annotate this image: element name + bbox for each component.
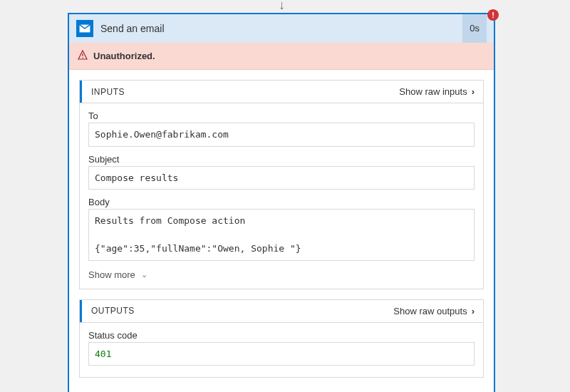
field-to-label: To xyxy=(88,110,475,121)
inputs-body: To Sophie.Owen@fabrikam.com Subject Comp… xyxy=(80,103,483,289)
show-raw-inputs-label: Show raw inputs xyxy=(399,86,467,97)
card-header[interactable]: Send an email 0s xyxy=(69,14,494,43)
show-raw-outputs-link[interactable]: Show raw outputs › xyxy=(393,306,475,316)
outputs-title: OUTPUTS xyxy=(88,306,135,316)
error-message: Unauthorized. xyxy=(93,51,155,61)
field-status-code: Status code 401 xyxy=(88,330,475,366)
show-raw-outputs-label: Show raw outputs xyxy=(393,306,467,316)
outputs-body: Status code 401 xyxy=(80,323,483,378)
flow-arrow-down-icon: ↓ xyxy=(279,0,285,13)
warning-icon xyxy=(78,50,88,62)
outputs-header: OUTPUTS Show raw outputs › xyxy=(80,300,483,323)
show-more-button[interactable]: Show more ⌄ xyxy=(88,268,475,284)
outlook-icon xyxy=(76,20,93,37)
chevron-down-icon: ⌄ xyxy=(141,270,147,279)
chevron-right-icon: › xyxy=(472,306,475,316)
field-subject-label: Subject xyxy=(88,154,475,165)
card-duration: 0s xyxy=(462,14,487,43)
svg-point-3 xyxy=(82,57,83,58)
field-body: Body Results from Compose action {"age":… xyxy=(88,197,475,261)
action-card: ! Send an email 0s Unauthorized. INPUTS … xyxy=(68,13,495,392)
field-subject-value: Compose results xyxy=(88,166,475,190)
card-title: Send an email xyxy=(100,23,462,34)
field-status-code-label: Status code xyxy=(88,330,475,341)
card-body: INPUTS Show raw inputs › To Sophie.Owen@… xyxy=(69,70,494,392)
chevron-right-icon: › xyxy=(472,86,475,97)
field-body-value: Results from Compose action {"age":35,"f… xyxy=(88,209,475,261)
inputs-header: INPUTS Show raw inputs › xyxy=(80,81,483,103)
show-raw-inputs-link[interactable]: Show raw inputs › xyxy=(399,86,475,97)
field-body-label: Body xyxy=(88,197,475,207)
error-banner: Unauthorized. xyxy=(69,43,494,70)
show-more-label: Show more xyxy=(88,269,135,280)
field-status-code-value: 401 xyxy=(88,342,475,366)
outputs-section: OUTPUTS Show raw outputs › Status code 4… xyxy=(79,299,484,378)
inputs-section: INPUTS Show raw inputs › To Sophie.Owen@… xyxy=(79,80,484,289)
field-to-value: Sophie.Owen@fabrikam.com xyxy=(88,123,475,147)
error-badge-icon: ! xyxy=(487,9,499,21)
field-to: To Sophie.Owen@fabrikam.com xyxy=(88,110,475,147)
field-subject: Subject Compose results xyxy=(88,154,475,190)
inputs-title: INPUTS xyxy=(88,87,125,97)
